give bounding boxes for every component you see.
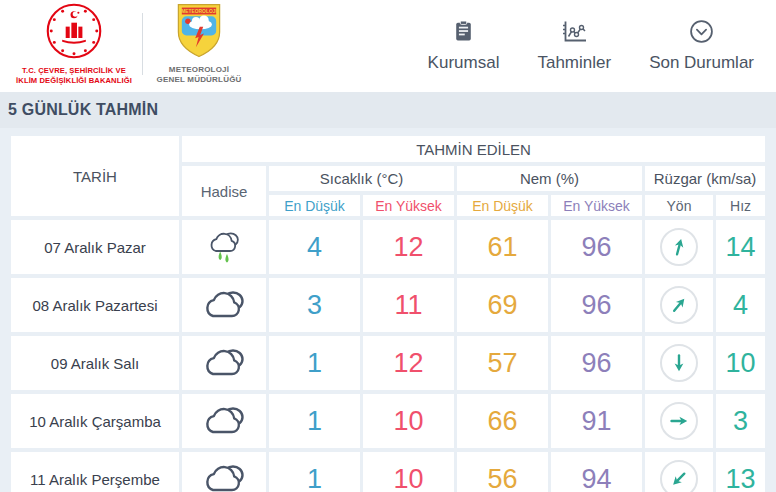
- wind-speed-value: 3: [716, 394, 765, 448]
- ministry-name-line2: İKLİM DEĞİŞİKLİĞİ BAKANLIĞI: [16, 76, 132, 85]
- date-cell: 10 Aralık Çarşamba: [11, 394, 179, 448]
- table-row: 09 Aralık Salı 1 12 57 96 10: [11, 336, 765, 390]
- col-header-hum-min: En Düşük: [457, 195, 548, 216]
- wind-dir-cell: [645, 394, 713, 448]
- hum-min-value: 69: [457, 278, 548, 332]
- table-row: 10 Aralık Çarşamba 1 10 66 91 3: [11, 394, 765, 448]
- meteorology-shield-icon: METEOROLOJI: [176, 3, 222, 62]
- table-row: 11 Aralık Perşembe 1 10 56 94 13: [11, 452, 765, 492]
- wind-dir-cell: [645, 278, 713, 332]
- col-header-hum-max: En Yüksek: [551, 195, 642, 216]
- hum-min-value: 61: [457, 220, 548, 274]
- col-header-temp: Sıcaklık (°C): [269, 166, 454, 191]
- temp-max-value: 10: [363, 452, 454, 492]
- nav-label: Kurumsal: [428, 53, 500, 73]
- col-header-wind-dir: Yön: [645, 195, 713, 216]
- col-header-temp-max: En Yüksek: [363, 195, 454, 216]
- wind-direction-icon: [660, 344, 698, 382]
- hum-max-value: 96: [551, 336, 642, 390]
- hum-max-value: 94: [551, 452, 642, 492]
- col-header-predicted: TAHMİN EDİLEN: [182, 136, 765, 162]
- temp-max-value: 10: [363, 394, 454, 448]
- condition-cell: [182, 278, 266, 332]
- meteorology-logo[interactable]: METEOROLOJI METEOROLOJİ GENEL MÜDÜRLÜĞÜ: [149, 3, 249, 86]
- forecast-table: TARİH TAHMİN EDİLEN Hadise Sıcaklık (°C)…: [8, 132, 768, 492]
- col-header-temp-min: En Düşük: [269, 195, 360, 216]
- rain-cloud-icon: [182, 230, 266, 264]
- wind-dir-cell: [645, 336, 713, 390]
- temp-min-value: 3: [269, 278, 360, 332]
- ministry-name-line1: T.C. ÇEVRE, ŞEHİRCİLİK VE: [16, 66, 132, 75]
- hum-min-value: 66: [457, 394, 548, 448]
- nav-item-tahminler[interactable]: Tahminler: [537, 19, 611, 73]
- col-header-humidity: Nem (%): [457, 166, 642, 191]
- wind-dir-cell: [645, 452, 713, 492]
- date-cell: 07 Aralık Pazar: [11, 220, 179, 274]
- section-bar: 5 GÜNLÜK TAHMİN: [0, 92, 776, 128]
- hum-min-value: 57: [457, 336, 548, 390]
- col-header-event: Hadise: [182, 166, 266, 216]
- temp-min-value: 1: [269, 336, 360, 390]
- main-nav: Kurumsal Tahminler: [428, 15, 776, 73]
- logo-divider: [142, 13, 143, 75]
- condition-cell: [182, 220, 266, 274]
- hum-max-value: 96: [551, 220, 642, 274]
- wind-speed-value: 14: [716, 220, 765, 274]
- ministry-logo[interactable]: T.C. ÇEVRE, ŞEHİRCİLİK VE İKLİM DEĞİŞİKL…: [12, 3, 136, 85]
- shield-label: METEOROLOJI: [181, 8, 217, 13]
- wind-speed-value: 13: [716, 452, 765, 492]
- hum-max-value: 96: [551, 278, 642, 332]
- nav-item-kurumsal[interactable]: Kurumsal: [428, 19, 500, 73]
- date-cell: 08 Aralık Pazartesi: [11, 278, 179, 332]
- cloud-icon: [182, 462, 266, 492]
- ministry-emblem-icon: [46, 3, 102, 63]
- nav-item-son-durumlar[interactable]: Son Durumlar: [649, 19, 754, 73]
- temp-min-value: 1: [269, 394, 360, 448]
- col-header-wind: Rüzgar (km/sa): [645, 166, 765, 191]
- date-cell: 09 Aralık Salı: [11, 336, 179, 390]
- table-row: 07 Aralık Pazar 4 12 61 96 14: [11, 220, 765, 274]
- wind-direction-icon: [660, 286, 698, 324]
- wind-direction-icon: [660, 228, 698, 266]
- hum-min-value: 56: [457, 452, 548, 492]
- wind-direction-icon: [660, 402, 698, 440]
- cloud-icon: [182, 346, 266, 380]
- temp-max-value: 11: [363, 278, 454, 332]
- wind-direction-icon: [660, 460, 698, 492]
- nav-label: Tahminler: [537, 53, 611, 73]
- cloud-icon: [182, 404, 266, 438]
- wind-speed-value: 10: [716, 336, 765, 390]
- wind-speed-value: 4: [716, 278, 765, 332]
- temp-min-value: 4: [269, 220, 360, 274]
- chevron-down-circle-icon: [689, 19, 714, 44]
- forecast-table-wrap: TARİH TAHMİN EDİLEN Hadise Sıcaklık (°C)…: [0, 128, 776, 492]
- hum-max-value: 91: [551, 394, 642, 448]
- mgm-name-line1: METEOROLOJİ: [156, 65, 241, 75]
- condition-cell: [182, 452, 266, 492]
- temp-max-value: 12: [363, 220, 454, 274]
- clipboard-icon: [451, 19, 476, 44]
- temp-min-value: 1: [269, 452, 360, 492]
- temp-max-value: 12: [363, 336, 454, 390]
- table-row: 08 Aralık Pazartesi 3 11 69 96 4: [11, 278, 765, 332]
- nav-label: Son Durumlar: [649, 53, 754, 73]
- site-header: T.C. ÇEVRE, ŞEHİRCİLİK VE İKLİM DEĞİŞİKL…: [0, 0, 776, 88]
- wind-dir-cell: [645, 220, 713, 274]
- mgm-name-line2: GENEL MÜDÜRLÜĞÜ: [156, 75, 241, 85]
- cloud-icon: [182, 288, 266, 322]
- date-cell: 11 Aralık Perşembe: [11, 452, 179, 492]
- col-header-wind-speed: Hız: [716, 195, 765, 216]
- page-title: 5 GÜNLÜK TAHMİN: [0, 101, 158, 119]
- chart-icon: [561, 19, 588, 44]
- condition-cell: [182, 336, 266, 390]
- condition-cell: [182, 394, 266, 448]
- col-header-date: TARİH: [11, 136, 179, 216]
